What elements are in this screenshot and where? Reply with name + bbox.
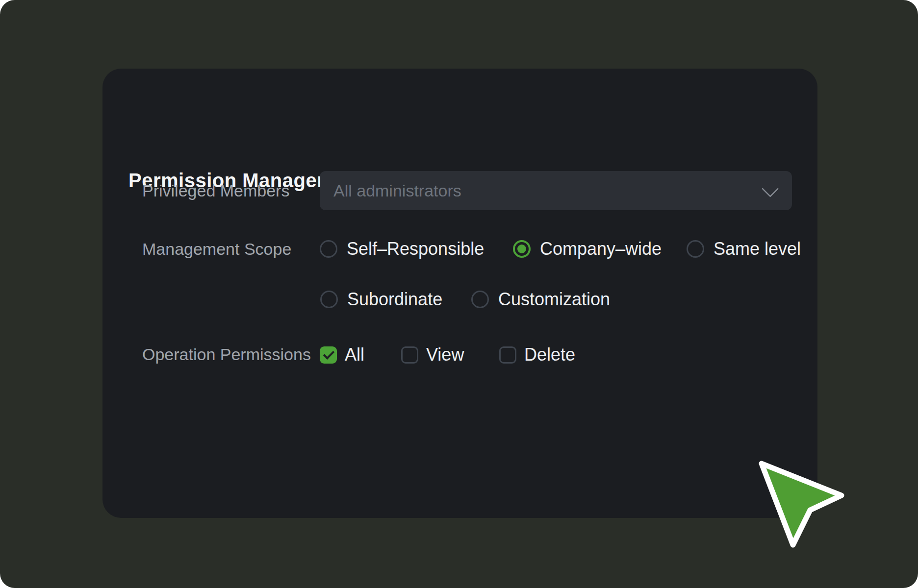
privileged-members-label: Privileged Members <box>142 181 289 200</box>
chevron-down-icon <box>762 180 779 197</box>
radio-icon[interactable] <box>513 240 531 258</box>
radio-company-wide[interactable]: Company–wide <box>513 240 662 258</box>
radio-icon[interactable] <box>320 291 338 308</box>
checkbox-label: View <box>426 346 464 364</box>
checkbox-icon[interactable] <box>401 346 418 364</box>
radio-icon[interactable] <box>687 240 704 258</box>
privileged-members-placeholder: All administrators <box>333 181 762 200</box>
radio-icon[interactable] <box>471 291 489 308</box>
radio-label: Company–wide <box>540 240 662 258</box>
radio-label: Self–Responsible <box>347 240 484 258</box>
permission-management-panel: Permission Management Privileged Members… <box>102 69 817 518</box>
radio-subordinate[interactable]: Subordinate <box>320 291 442 308</box>
checkbox-icon[interactable] <box>499 346 516 364</box>
screen-background: Permission Management Privileged Members… <box>0 0 918 588</box>
radio-same-level[interactable]: Same level <box>687 240 801 258</box>
management-scope-label: Management Scope <box>142 239 291 259</box>
radio-self-responsible[interactable]: Self–Responsible <box>320 240 484 258</box>
operation-permissions-label: Operation Permissions <box>142 344 311 364</box>
privileged-members-select[interactable]: All administrators <box>320 171 792 210</box>
checkbox-label: All <box>345 346 364 364</box>
radio-label: Customization <box>498 291 610 308</box>
radio-customization[interactable]: Customization <box>471 291 610 308</box>
radio-icon[interactable] <box>320 240 337 258</box>
checkbox-label: Delete <box>524 346 575 364</box>
checkbox-icon[interactable] <box>320 346 337 364</box>
checkbox-all[interactable]: All <box>320 346 364 364</box>
radio-label: Subordinate <box>347 291 442 308</box>
checkbox-delete[interactable]: Delete <box>499 346 575 364</box>
checkbox-view[interactable]: View <box>401 346 464 364</box>
radio-label: Same level <box>714 240 801 258</box>
